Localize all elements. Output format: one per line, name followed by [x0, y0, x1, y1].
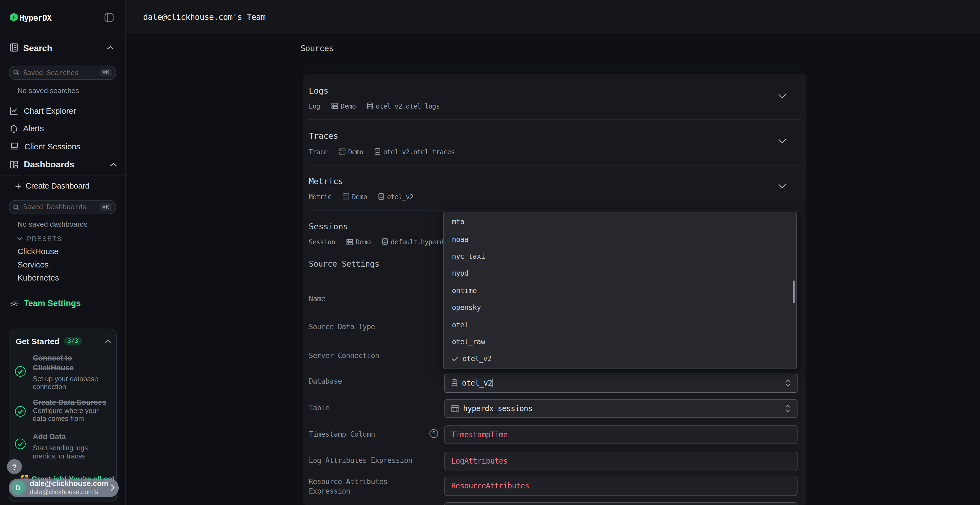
sidebar-item-label: Chart Explorer	[24, 106, 76, 115]
sidebar-item-label: Client Sessions	[24, 141, 81, 151]
help-button[interactable]: ?	[7, 459, 22, 474]
chevron-down-icon	[17, 237, 22, 241]
saved-dashboards-input[interactable]: Saved Dashboards ⌘K	[9, 200, 116, 214]
app-title: HyperDX	[19, 13, 51, 22]
no-saved-dashboards-text: No saved dashboards	[18, 221, 88, 228]
sidebar-item-team-settings[interactable]: Team Settings	[10, 299, 81, 308]
source-meta-row: Trace Demo otel_v2.otel_traces	[309, 148, 455, 156]
laptop-icon	[10, 142, 19, 150]
dropdown-option-otel[interactable]: otel	[444, 316, 796, 333]
table-select[interactable]: hyperdx_sessions	[444, 399, 797, 418]
field-label-database: Database	[309, 376, 342, 386]
team-settings-label: Team Settings	[24, 299, 81, 308]
server-icon	[346, 238, 353, 245]
preset-item-kubernetes[interactable]: Kubernetes	[18, 273, 59, 282]
user-meta: dale@clickhouse.com dale@clickhouse.com'…	[30, 480, 111, 495]
connection-name: Demo	[340, 102, 356, 110]
sidebar-item-client-sessions[interactable]: Client Sessions	[0, 138, 125, 154]
chevron-down-icon[interactable]	[778, 93, 788, 100]
dropdown-option-noaa[interactable]: noaa	[444, 230, 796, 248]
table-path: otel_v2	[387, 193, 414, 200]
chevron-down-icon[interactable]	[778, 183, 788, 190]
search-icon	[13, 204, 19, 210]
field-label-resource-attributes: Resource Attributes Expression	[309, 477, 409, 496]
log-attributes-input[interactable]: LogAttributes	[444, 451, 797, 470]
get-started-item-title[interactable]: Connect to ClickHouse	[33, 353, 109, 373]
dropdown-option-otel_v2-selected[interactable]: otel_v2	[444, 350, 796, 367]
dropdown-scrollbar-thumb[interactable]	[793, 280, 795, 303]
saved-searches-input[interactable]: Saved Searches ⌘K	[9, 65, 116, 80]
database-dropdown: mta noaa nyc_taxi nypd ontime opensky ot…	[443, 211, 797, 369]
get-started-item-title[interactable]: Create Data Sources	[33, 397, 109, 407]
next-input-sliver[interactable]	[444, 502, 797, 505]
collapse-sidebar-icon[interactable]	[104, 13, 115, 22]
dropdown-option-mta[interactable]: mta	[444, 213, 796, 230]
dropdown-option-ontime[interactable]: ontime	[444, 282, 796, 299]
avatar: D	[11, 481, 25, 495]
resource-attributes-value: ResourceAttributes	[451, 482, 529, 491]
dropdown-option-nyc_taxi[interactable]: nyc_taxi	[444, 248, 796, 265]
preset-item-clickhouse[interactable]: ClickHouse	[18, 247, 59, 256]
dropdown-option-opensky[interactable]: opensky	[444, 299, 796, 316]
server-icon	[339, 148, 346, 155]
server-icon	[331, 103, 338, 110]
sidebar-item-label: Alerts	[23, 124, 44, 133]
search-panel-icon	[10, 43, 18, 52]
top-header: dale@clickhouse.com's Team	[125, 0, 980, 32]
chevron-up-icon	[110, 162, 117, 167]
get-started-item-title[interactable]: Add Data	[33, 432, 109, 441]
chevron-down-icon[interactable]	[778, 138, 788, 145]
presets-toggle[interactable]: PRESETS	[17, 235, 62, 243]
connection-name: Demo	[352, 193, 367, 200]
shortcut-badge: ⌘K	[100, 203, 112, 211]
database-icon	[382, 238, 388, 246]
chevron-up-icon[interactable]	[104, 339, 111, 344]
source-type: Trace	[309, 148, 328, 156]
saved-searches-placeholder: Saved Searches	[23, 68, 100, 76]
sidebar-section-dashboards[interactable]: Dashboards	[0, 156, 125, 173]
user-menu[interactable]: D dale@clickhouse.com dale@clickhouse.co…	[9, 478, 119, 497]
sidebar-divider	[0, 59, 125, 59]
sidebar: HyperDX Search	[0, 0, 126, 505]
select-chevrons-icon	[785, 379, 791, 387]
field-label-log-attributes: Log Attributes Expression	[309, 456, 412, 465]
presets-label: PRESETS	[27, 235, 62, 243]
create-dashboard-button[interactable]: Create Dashboard	[15, 182, 89, 191]
sidebar-item-chart-explorer[interactable]: Chart Explorer	[0, 103, 125, 119]
preset-item-services[interactable]: Services	[18, 260, 48, 269]
no-saved-searches-text: No saved searches	[18, 87, 79, 94]
dropdown-option-nypd[interactable]: nypd	[444, 265, 796, 282]
source-title-metrics: Metrics	[309, 176, 343, 186]
card-divider	[309, 165, 800, 165]
get-started-title: Get Started	[16, 337, 59, 346]
card-divider	[309, 210, 800, 210]
saved-dashboards-placeholder: Saved Dashboards	[23, 203, 100, 211]
check-circle-icon	[15, 438, 25, 449]
check-icon	[452, 356, 459, 362]
log-attributes-value: LogAttributes	[451, 457, 508, 465]
dropdown-option-otel_raw[interactable]: otel_raw	[444, 333, 796, 350]
sidebar-section-search[interactable]: Search	[0, 38, 125, 60]
user-name: dale@clickhouse.com	[30, 480, 111, 488]
timestamp-column-value: TimestampTime	[451, 430, 508, 439]
get-started-item-subtitle: Set up your database connection	[33, 375, 104, 392]
select-chevrons-icon	[785, 404, 791, 413]
sidebar-divider	[0, 175, 125, 176]
chevron-up-icon	[107, 46, 114, 50]
timestamp-help-icon[interactable]: ?	[429, 429, 438, 438]
server-icon	[342, 193, 349, 200]
sidebar-item-alerts[interactable]: Alerts	[0, 120, 125, 137]
resource-attributes-input[interactable]: ResourceAttributes	[444, 477, 797, 496]
get-started-item-subtitle: Start sending logs, metrics, or traces	[33, 444, 104, 461]
timestamp-column-input[interactable]: TimestampTime	[444, 425, 797, 444]
source-type: Session	[309, 238, 335, 246]
search-icon	[13, 69, 19, 76]
connection-name: Demo	[356, 238, 371, 246]
source-settings-title: Source Settings	[309, 259, 379, 268]
source-meta-row: Log Demo otel_v2.otel_logs	[309, 102, 440, 110]
table-value: hyperdx_sessions	[463, 404, 532, 413]
database-select[interactable]: otel_v2	[444, 373, 797, 392]
database-icon	[451, 379, 458, 387]
user-team: dale@clickhouse.com's	[30, 488, 111, 496]
source-title-sessions: Sessions	[309, 221, 348, 231]
